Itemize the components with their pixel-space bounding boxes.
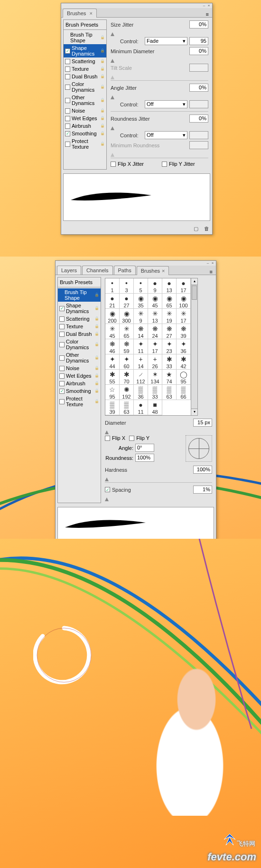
brush-tip-cell[interactable]: ❋46 bbox=[105, 339, 120, 354]
brush-tip-cell[interactable]: ⟋112 bbox=[134, 370, 148, 385]
option-checkbox[interactable] bbox=[59, 324, 65, 329]
scroll-thumb[interactable] bbox=[192, 286, 197, 300]
brush-tip-cell[interactable]: ▒39 bbox=[105, 400, 120, 415]
option-checkbox[interactable] bbox=[59, 381, 65, 386]
trash-icon[interactable]: 🗑 bbox=[203, 225, 210, 232]
close-tab-icon[interactable]: × bbox=[89, 10, 92, 16]
option-checkbox[interactable] bbox=[59, 373, 65, 379]
option-checkbox[interactable] bbox=[65, 142, 70, 147]
spacing-slider[interactable] bbox=[105, 496, 212, 498]
brush-tip-cell[interactable]: ✦44 bbox=[105, 354, 120, 370]
brush-tip-cell[interactable]: ▒33 bbox=[148, 385, 162, 400]
brush-tip-cell[interactable]: ❋59 bbox=[120, 339, 134, 354]
option-checkbox[interactable]: ✓ bbox=[65, 48, 70, 54]
brush-tip-cell[interactable]: ☆95 bbox=[105, 385, 120, 400]
lock-icon[interactable]: 🔒 bbox=[100, 116, 105, 121]
minimize-icon[interactable]: – bbox=[206, 261, 210, 265]
lock-icon[interactable]: 🔒 bbox=[100, 98, 105, 103]
hardness-slider[interactable] bbox=[105, 476, 212, 478]
option-dual-brush[interactable]: Dual Brush🔒 bbox=[64, 73, 106, 80]
lock-icon[interactable]: 🔒 bbox=[100, 108, 105, 113]
lock-icon[interactable]: 🔒 bbox=[100, 142, 105, 146]
brush-tip-cell[interactable]: ✶134 bbox=[148, 370, 162, 385]
option-airbrush[interactable]: Airbrush🔒 bbox=[58, 380, 101, 387]
flip-y-checkbox[interactable] bbox=[129, 436, 134, 441]
option-color-dynamics[interactable]: Color Dynamics🔒 bbox=[58, 338, 101, 351]
option-checkbox[interactable] bbox=[59, 399, 65, 404]
brush-tip-cell[interactable]: ▒36 bbox=[134, 385, 148, 400]
option-smoothing[interactable]: ✓Smoothing🔒 bbox=[64, 130, 106, 137]
brush-tip-cell[interactable]: ✱70 bbox=[120, 370, 134, 385]
lock-icon[interactable]: 🔒 bbox=[94, 355, 99, 360]
option-checkbox[interactable] bbox=[59, 366, 65, 371]
brush-tip-cell[interactable]: •1 bbox=[105, 278, 120, 294]
lock-icon[interactable]: 🔒 bbox=[94, 366, 99, 371]
min-diameter-slider[interactable] bbox=[111, 57, 208, 60]
lock-icon[interactable]: 🔒 bbox=[100, 35, 105, 40]
brush-tip-cell[interactable]: ✦17 bbox=[148, 339, 162, 354]
brush-tip-cell[interactable]: ✱42 bbox=[177, 354, 191, 370]
panel-menu-icon[interactable]: ≡ bbox=[208, 269, 214, 275]
option-airbrush[interactable]: Airbrush🔒 bbox=[64, 122, 106, 130]
tab-brushes[interactable]: Brushes× bbox=[137, 266, 169, 275]
tab-channels[interactable]: Channels bbox=[82, 266, 112, 275]
lock-icon[interactable]: 🔒 bbox=[94, 306, 99, 311]
lock-icon[interactable]: 🔒 bbox=[94, 373, 99, 378]
option-wet-edges[interactable]: Wet Edges🔒 bbox=[58, 372, 101, 380]
option-scattering[interactable]: Scattering🔒 bbox=[58, 315, 101, 323]
brush-tip-cell[interactable]: ✳9 bbox=[134, 309, 148, 324]
brush-tip-cell[interactable]: ✦11 bbox=[134, 339, 148, 354]
flip-x-checkbox[interactable] bbox=[105, 436, 110, 441]
option-checkbox[interactable] bbox=[65, 74, 70, 79]
lock-icon[interactable]: 🔒 bbox=[100, 67, 105, 71]
lock-icon[interactable]: 🔒 bbox=[100, 74, 105, 79]
lock-icon[interactable]: 🔒 bbox=[100, 85, 105, 89]
brush-tip-cell[interactable]: ◉200 bbox=[105, 309, 120, 324]
brush-tip-cell[interactable]: ✱55 bbox=[105, 370, 120, 385]
brush-presets-button[interactable]: Brush Presets bbox=[64, 20, 106, 30]
option-checkbox[interactable] bbox=[65, 108, 70, 114]
tab-paths[interactable]: Paths bbox=[114, 266, 136, 275]
new-preset-icon[interactable]: ▢ bbox=[192, 225, 200, 232]
brush-tip-cell[interactable]: ■48 bbox=[148, 400, 162, 415]
brush-tip-cell[interactable]: ▒63 bbox=[162, 385, 177, 400]
close-icon[interactable]: × bbox=[211, 261, 214, 265]
brush-tip-cell[interactable]: ✳13 bbox=[148, 309, 162, 324]
option-noise[interactable]: Noise🔒 bbox=[58, 364, 101, 372]
brush-tip-cell[interactable]: ◉300 bbox=[120, 309, 134, 324]
lock-icon[interactable]: 🔒 bbox=[94, 389, 99, 393]
option-other-dynamics[interactable]: Other Dynamics🔒 bbox=[58, 351, 101, 364]
scroll-up-icon[interactable]: ▴ bbox=[191, 278, 197, 285]
min-diameter-value[interactable]: 0% bbox=[189, 47, 208, 55]
option-checkbox[interactable]: ✓ bbox=[65, 131, 70, 136]
option-checkbox[interactable] bbox=[59, 316, 65, 322]
option-other-dynamics[interactable]: Other Dynamics🔒 bbox=[64, 94, 106, 107]
option-brush-tip-shape[interactable]: Brush Tip Shape🔒 bbox=[58, 288, 101, 302]
brush-tip-cell[interactable]: +26 bbox=[148, 354, 162, 370]
control-select-fade[interactable]: Fade bbox=[145, 37, 187, 45]
roundness-input[interactable]: 100% bbox=[135, 454, 154, 462]
brush-tip-cell[interactable]: ●9 bbox=[148, 278, 162, 294]
brush-tip-cell[interactable]: ●21 bbox=[105, 294, 120, 309]
option-texture[interactable]: Texture🔒 bbox=[58, 323, 101, 330]
option-checkbox[interactable] bbox=[65, 98, 70, 103]
brush-tip-cell[interactable]: ●17 bbox=[177, 278, 191, 294]
option-wet-edges[interactable]: Wet Edges🔒 bbox=[64, 114, 106, 122]
option-shape-dynamics[interactable]: ✓Shape Dynamics🔒 bbox=[58, 302, 101, 315]
tab-layers[interactable]: Layers bbox=[57, 266, 81, 275]
lock-icon[interactable]: 🔒 bbox=[94, 381, 99, 386]
brush-tip-cell[interactable]: ✦60 bbox=[120, 354, 134, 370]
spacing-value[interactable]: 1% bbox=[193, 486, 212, 494]
fade-steps-value[interactable]: 95 bbox=[189, 37, 208, 45]
flip-x-jitter-checkbox[interactable] bbox=[111, 162, 116, 167]
close-icon[interactable]: × bbox=[207, 4, 211, 8]
brush-tip-cell[interactable]: ●27 bbox=[120, 294, 134, 309]
option-checkbox[interactable] bbox=[59, 332, 65, 337]
angle-input[interactable]: 0° bbox=[135, 444, 154, 452]
option-checkbox[interactable] bbox=[65, 116, 70, 121]
lock-icon[interactable]: 🔒 bbox=[100, 131, 105, 136]
brush-tip-cell[interactable]: •3 bbox=[120, 278, 134, 294]
brush-tip-cell[interactable]: ◯95 bbox=[177, 370, 191, 385]
close-tab-icon[interactable]: × bbox=[162, 268, 165, 274]
option-dual-brush[interactable]: Dual Brush🔒 bbox=[58, 330, 101, 338]
